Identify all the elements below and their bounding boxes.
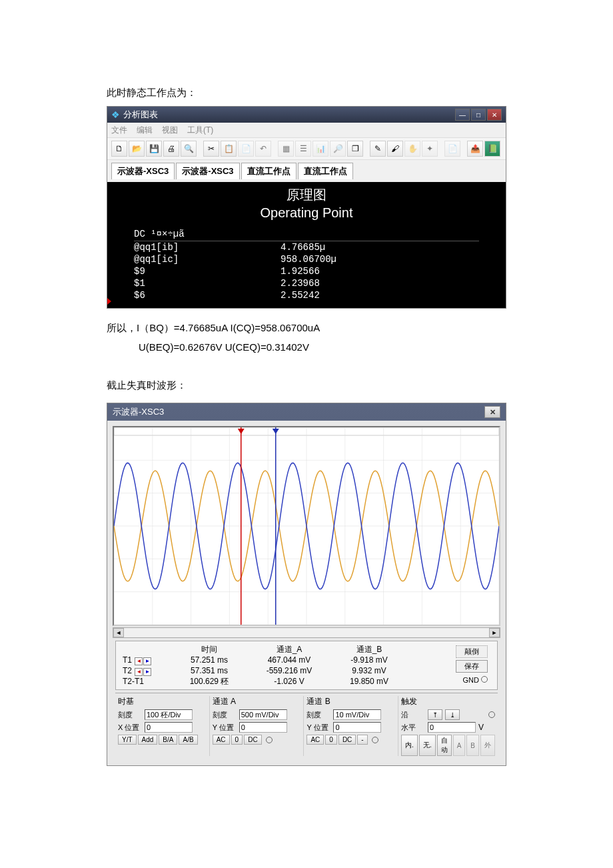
- scroll-left-icon[interactable]: ◄: [113, 628, 124, 637]
- t2-label: T2: [123, 666, 132, 675]
- chB-dc-button[interactable]: DC: [338, 735, 356, 745]
- excel-icon[interactable]: 📗: [484, 141, 500, 157]
- yt-button[interactable]: Y/T: [118, 735, 137, 745]
- ba-button[interactable]: B/A: [159, 735, 177, 745]
- cursor-readout: T1 ◄► T2 ◄► T2-T1 时间 57.251 ms 57.351 ms…: [115, 641, 498, 690]
- paste-icon[interactable]: 📄: [238, 141, 254, 157]
- maximize-button[interactable]: □: [471, 109, 486, 121]
- menu-view[interactable]: 视图: [162, 125, 178, 136]
- brush-icon[interactable]: 🖌: [387, 141, 403, 157]
- titlebar[interactable]: ❖ 分析图表 — □ ✕: [107, 107, 506, 123]
- titlebar[interactable]: 示波器-XSC3 ✕: [107, 403, 506, 421]
- new-icon[interactable]: 🗋: [111, 141, 127, 157]
- chB-header: 通道_B: [334, 644, 404, 655]
- diff-time: 100.629 秠: [175, 676, 244, 687]
- trig-auto-button[interactable]: 自动: [437, 735, 452, 756]
- trig-ext-button[interactable]: 外: [480, 735, 495, 756]
- chB-0-button[interactable]: 0: [325, 735, 337, 745]
- chB-minus-button[interactable]: -: [357, 735, 367, 745]
- window-title: 示波器-XSC3: [113, 406, 484, 418]
- copy-icon[interactable]: 📋: [221, 141, 237, 157]
- pen-icon[interactable]: ✎: [370, 141, 386, 157]
- undo-icon[interactable]: ↶: [255, 141, 271, 157]
- table-row: $62.55242: [134, 289, 479, 301]
- edge-radio[interactable]: [488, 711, 495, 718]
- time-header: 时间: [175, 644, 244, 655]
- reverse-button[interactable]: 颠倒: [456, 645, 488, 658]
- t2-left-icon[interactable]: ◄: [135, 668, 143, 676]
- layer-icon[interactable]: ❐: [347, 141, 363, 157]
- chB-title: 通道 B: [306, 696, 395, 707]
- chB-radio[interactable]: [372, 737, 378, 743]
- page-icon[interactable]: 📄: [444, 141, 460, 157]
- app-icon: ❖: [111, 109, 120, 120]
- result-line-1: 所以，I（BQ）=4.76685uA I(CQ)=958.06700uA: [107, 322, 506, 335]
- dc-header: DC ¹¤×÷µã: [134, 227, 479, 241]
- t1-chB: -9.918 mV: [334, 655, 404, 665]
- chB-scale-input[interactable]: [333, 709, 381, 720]
- chA-scale-input[interactable]: [239, 709, 287, 720]
- chA-radio[interactable]: [266, 737, 273, 743]
- hand-icon[interactable]: ✋: [404, 141, 420, 157]
- tab-dc-1[interactable]: 直流工作点: [241, 163, 297, 179]
- t2-chB: 9.932 mV: [334, 665, 404, 676]
- t2-right-icon[interactable]: ►: [143, 668, 151, 676]
- gnd-radio[interactable]: [481, 676, 488, 683]
- export-icon[interactable]: 📤: [467, 141, 483, 157]
- ab-button[interactable]: A/B: [179, 735, 197, 745]
- chA-0-button[interactable]: 0: [231, 735, 243, 745]
- t1-left-icon[interactable]: ◄: [135, 657, 143, 665]
- svg-marker-20: [238, 429, 245, 434]
- print-icon[interactable]: 🖨: [163, 141, 179, 157]
- table-row: $91.92566: [134, 265, 479, 277]
- open-icon[interactable]: 📂: [129, 141, 145, 157]
- scale-label: 刻度: [118, 710, 142, 720]
- add-button[interactable]: Add: [138, 735, 158, 745]
- rising-edge-icon[interactable]: ⤒: [428, 709, 442, 720]
- wand-icon[interactable]: ✦: [422, 141, 438, 157]
- t1-chA: 467.044 mV: [255, 655, 324, 665]
- grid-icon[interactable]: ▦: [278, 141, 294, 157]
- chA-dc-button[interactable]: DC: [244, 735, 261, 745]
- zoom-icon[interactable]: 🔎: [330, 141, 346, 157]
- minimize-button[interactable]: —: [455, 109, 470, 121]
- trig-none-button[interactable]: 无.: [419, 735, 436, 756]
- chB-ypos-input[interactable]: [333, 722, 381, 733]
- list-icon[interactable]: ☰: [295, 141, 311, 157]
- tab-dc-2[interactable]: 直流工作点: [298, 163, 353, 179]
- menubar: 文件 编辑 视图 工具(T): [107, 123, 506, 137]
- oscilloscope-window: 示波器-XSC3 ✕ ◄ ► T1 ◄► T2 ◄► T2-T1: [107, 403, 506, 766]
- tab-xsc3-2[interactable]: 示波器-XSC3: [176, 163, 239, 179]
- chB-ac-button[interactable]: AC: [306, 735, 324, 745]
- table-row: @qq1[ic]958.06700µ: [134, 253, 479, 265]
- level-label: 水平: [401, 723, 425, 733]
- menu-edit[interactable]: 编辑: [137, 125, 153, 136]
- chA-ypos-input[interactable]: [239, 722, 287, 733]
- timebase-scale-input[interactable]: [145, 709, 193, 720]
- chA-ac-button[interactable]: AC: [213, 735, 230, 745]
- save-icon[interactable]: 💾: [146, 141, 162, 157]
- trig-b-button[interactable]: B: [466, 735, 479, 756]
- horizontal-scrollbar[interactable]: ◄ ►: [113, 627, 500, 638]
- t1-right-icon[interactable]: ►: [143, 657, 151, 665]
- close-button[interactable]: ✕: [484, 406, 500, 418]
- tab-xsc3-1[interactable]: 示波器-XSC3: [111, 163, 175, 179]
- cut-icon[interactable]: ✂: [203, 141, 219, 157]
- channel-a-section: 通道 A 刻度 Y 位置 AC 0 DC: [209, 696, 304, 756]
- preview-icon[interactable]: 🔍: [181, 141, 197, 157]
- close-button[interactable]: ✕: [487, 109, 502, 121]
- menu-file[interactable]: 文件: [111, 125, 127, 136]
- trig-a-button[interactable]: A: [453, 735, 466, 756]
- save-button[interactable]: 保存: [456, 660, 488, 673]
- timebase-xpos-input[interactable]: [145, 722, 193, 733]
- trig-int-button[interactable]: 内.: [401, 735, 418, 756]
- chart-icon[interactable]: 📊: [312, 141, 328, 157]
- trigger-level-input[interactable]: [428, 722, 476, 733]
- falling-edge-icon[interactable]: ⤓: [445, 709, 460, 720]
- timebase-title: 时基: [118, 696, 207, 707]
- menu-tools[interactable]: 工具(T): [187, 125, 213, 136]
- scope-screen[interactable]: [113, 426, 500, 626]
- channel-b-section: 通道 B 刻度 Y 位置 AC 0 DC -: [303, 696, 398, 756]
- scroll-right-icon[interactable]: ►: [489, 628, 500, 637]
- table-row: $12.23968: [134, 277, 479, 289]
